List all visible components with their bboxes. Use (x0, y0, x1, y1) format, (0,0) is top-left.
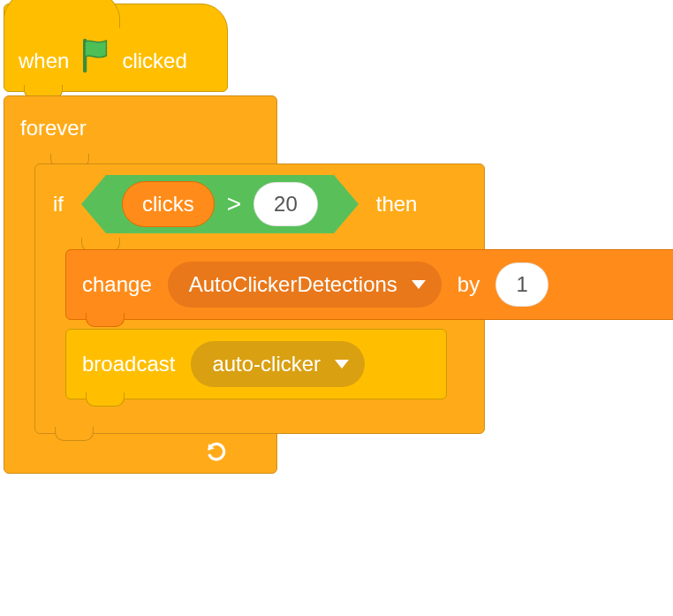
label-then: then (376, 192, 418, 217)
variable-dropdown[interactable]: AutoClickerDetections (168, 262, 442, 308)
label-if: if (53, 192, 64, 217)
number-input-amount[interactable]: 1 (495, 262, 548, 307)
chevron-down-icon (412, 280, 426, 289)
label-clicked: clicked (122, 49, 186, 73)
loop-arrow-icon (206, 442, 229, 465)
if-then-block[interactable]: if clicks > 20 then change (34, 164, 485, 434)
variable-reporter-clicks[interactable]: clicks (122, 181, 215, 227)
green-flag-icon (79, 38, 113, 73)
forever-block[interactable]: forever if clicks > 20 then (4, 95, 277, 474)
when-flag-clicked-block[interactable]: when clicked (4, 4, 228, 92)
label-by: by (457, 272, 480, 297)
greater-than-operator[interactable]: clicks > 20 (79, 175, 360, 233)
change-variable-by-block[interactable]: change AutoClickerDetections by 1 (65, 249, 673, 320)
label-change: change (82, 272, 152, 297)
variable-name: AutoClickerDetections (189, 272, 397, 297)
number-input[interactable]: 20 (253, 182, 318, 226)
chevron-down-icon (335, 360, 349, 369)
operator-symbol: > (227, 190, 241, 218)
message-dropdown[interactable]: auto-clicker (191, 341, 365, 387)
broadcast-block[interactable]: broadcast auto-clicker (65, 329, 447, 399)
label-when: when (19, 49, 69, 73)
message-name: auto-clicker (212, 352, 321, 376)
label-forever: forever (20, 116, 87, 141)
scratch-script: when clicked forever if clicks (4, 4, 277, 474)
label-broadcast: broadcast (82, 352, 175, 376)
